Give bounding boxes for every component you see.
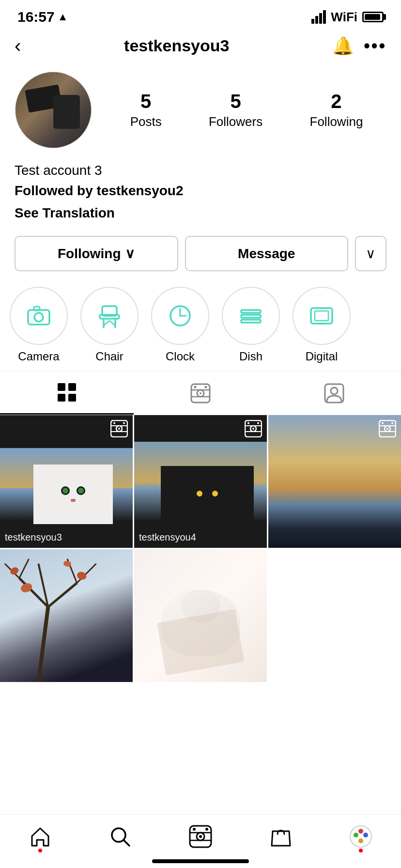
highlight-dish-label: Dish <box>239 350 262 363</box>
svg-point-30 <box>331 388 338 394</box>
digital-icon <box>307 301 336 330</box>
followers-stat[interactable]: 5 Followers <box>209 91 262 129</box>
nav-reels[interactable] <box>188 824 213 849</box>
back-button[interactable]: ‹ <box>15 35 21 57</box>
grid-item-4[interactable] <box>0 549 133 682</box>
svg-point-43 <box>247 422 249 424</box>
bio-followed-by: Followed by testkensyou2 <box>15 181 386 201</box>
see-translation-button[interactable]: See Translation <box>15 201 386 225</box>
tab-grid[interactable] <box>0 372 134 415</box>
nav-home[interactable] <box>28 824 52 849</box>
svg-point-51 <box>391 422 393 424</box>
camera-icon <box>24 301 53 330</box>
svg-point-72 <box>205 828 208 831</box>
search-icon <box>108 824 132 849</box>
grid-item-1[interactable]: testkensyou3 <box>0 415 133 548</box>
dish-icon <box>236 301 265 330</box>
grid-item-2[interactable]: testkensyou4 <box>134 415 267 548</box>
grid-username-2: testkensyou4 <box>139 532 196 543</box>
dropdown-button[interactable]: ∨ <box>355 236 386 271</box>
highlight-dish[interactable]: Dish <box>222 287 280 363</box>
more-options-icon[interactable]: ••• <box>364 36 386 56</box>
highlight-chair-label: Chair <box>95 350 123 363</box>
grid-tab-icon <box>57 382 77 403</box>
bio-followed-username[interactable]: testkensyou2 <box>97 183 184 198</box>
svg-point-60 <box>19 582 33 594</box>
status-time: 16:57 <box>17 9 55 25</box>
svg-point-75 <box>363 833 368 837</box>
highlight-camera[interactable]: Camera <box>10 287 68 363</box>
svg-rect-14 <box>241 320 261 323</box>
reel-icon-3 <box>379 420 396 437</box>
svg-point-50 <box>382 422 384 424</box>
svg-point-76 <box>354 833 358 837</box>
reels-tab-icon <box>190 383 211 403</box>
svg-point-24 <box>200 392 201 394</box>
signal-icon <box>311 10 326 24</box>
highlight-circle-camera <box>10 287 68 345</box>
followers-label: Followers <box>209 114 262 129</box>
grid-item-3[interactable] <box>268 415 401 548</box>
following-stat[interactable]: 2 Following <box>310 91 363 129</box>
highlight-digital[interactable]: Digital <box>293 287 351 363</box>
clock-icon <box>166 301 195 330</box>
highlights-row: Camera Chair Clock <box>0 279 401 371</box>
message-button[interactable]: Message <box>185 236 349 271</box>
svg-rect-18 <box>58 383 65 391</box>
tab-tagged[interactable] <box>267 372 401 415</box>
chair-icon <box>95 301 124 330</box>
svg-point-77 <box>358 838 363 843</box>
profile-username: testkensyou3 <box>124 36 229 55</box>
profile-icon <box>349 824 373 849</box>
following-label: Following <box>310 114 363 129</box>
photo-grid: testkensyou3 testkensyou4 <box>0 415 401 682</box>
svg-point-28 <box>205 386 207 388</box>
highlight-circle-dish <box>222 287 280 345</box>
svg-point-74 <box>358 829 363 834</box>
svg-point-40 <box>252 428 254 430</box>
highlight-digital-label: Digital <box>306 350 338 363</box>
highlight-circle-digital <box>293 287 351 345</box>
header-icons: 🔔 ••• <box>332 36 386 56</box>
highlight-clock[interactable]: Clock <box>151 287 209 363</box>
svg-point-62 <box>9 566 20 576</box>
nav-profile[interactable] <box>349 824 373 849</box>
highlight-camera-label: Camera <box>18 350 59 363</box>
notification-bell-icon[interactable]: 🔔 <box>332 36 354 56</box>
svg-rect-19 <box>68 383 76 391</box>
svg-point-33 <box>118 428 120 430</box>
home-indicator <box>152 859 249 863</box>
profile-dot <box>359 849 363 852</box>
highlight-chair[interactable]: Chair <box>80 287 139 363</box>
avatar[interactable] <box>15 71 92 149</box>
followers-count: 5 <box>230 91 241 112</box>
svg-line-53 <box>19 578 48 607</box>
tab-reels[interactable] <box>134 372 267 415</box>
reels-nav-icon <box>188 824 213 849</box>
highlight-circle-chair <box>80 287 139 345</box>
svg-line-8 <box>109 321 115 326</box>
following-label: Following <box>58 246 121 262</box>
svg-rect-2 <box>34 307 40 310</box>
svg-line-57 <box>19 559 29 578</box>
svg-line-65 <box>123 840 129 846</box>
grid-username-1: testkensyou3 <box>5 532 62 543</box>
svg-rect-4 <box>100 315 119 319</box>
nav-shop[interactable] <box>269 824 293 849</box>
following-button[interactable]: Following ∨ <box>15 236 178 271</box>
shop-icon <box>269 824 293 849</box>
reel-icon-1 <box>110 420 128 437</box>
svg-line-52 <box>38 607 48 682</box>
reel-icon-2 <box>245 420 262 437</box>
svg-line-7 <box>104 321 109 326</box>
tagged-tab-icon <box>324 383 344 403</box>
grid-item-5[interactable] <box>134 549 267 682</box>
content-tabs <box>0 371 401 415</box>
posts-stat[interactable]: 5 Posts <box>130 91 162 129</box>
svg-rect-16 <box>315 311 328 321</box>
following-chevron-icon: ∨ <box>125 246 135 262</box>
location-icon: ▲ <box>58 11 68 23</box>
svg-point-36 <box>113 422 115 424</box>
nav-search[interactable] <box>108 824 132 849</box>
svg-point-1 <box>34 313 43 322</box>
